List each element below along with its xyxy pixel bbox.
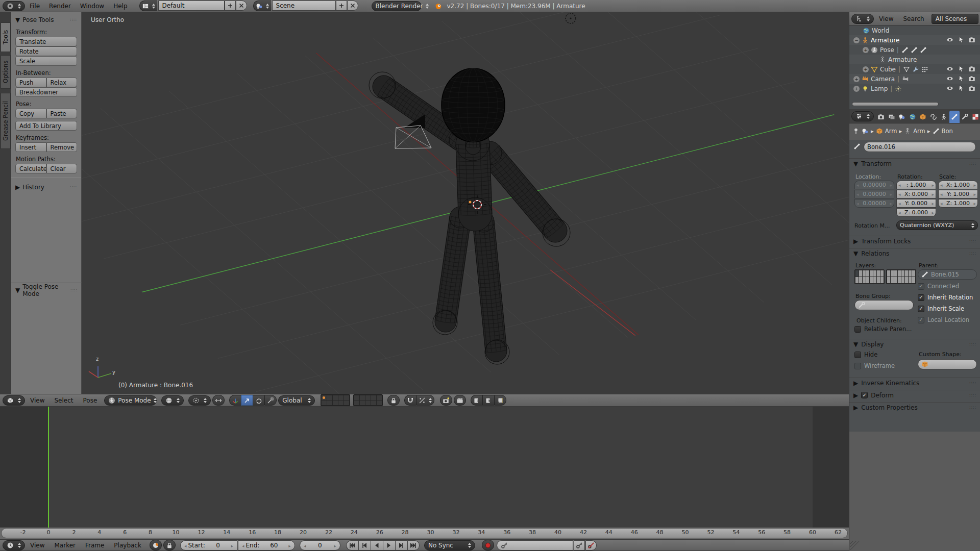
outliner-hscrollbar[interactable] [852,102,939,106]
timeline-menu-marker[interactable]: Marker [50,540,80,550]
manipulator-rotate-button[interactable] [253,395,264,406]
tool-button-calculate[interactable]: Calculate [15,164,46,173]
scene-name[interactable]: Scene [272,1,336,11]
bone-layer-cell[interactable] [887,270,890,277]
layer-cell[interactable] [365,400,371,405]
timeline-menu-view[interactable]: View [26,540,49,550]
bone-icon[interactable] [920,46,927,54]
timeline-menu-playback[interactable]: Playback [109,540,146,550]
screen-layout-close-button[interactable] [236,1,247,11]
expand-icon[interactable]: + [853,76,860,82]
tool-button-relax[interactable]: Relax [46,78,78,87]
inherit-rotation-checkbox[interactable]: ✓ [918,294,924,301]
meshtri-icon[interactable] [903,66,910,73]
bone-layer-cell[interactable] [909,277,912,283]
viewport-editor-type-selector[interactable] [3,395,25,406]
timeline-menu-frame[interactable]: Frame [81,540,109,550]
delete-keyframe-button[interactable] [585,540,597,550]
bone-icon[interactable] [911,46,918,54]
scale-field-2[interactable]: ◂Z: 1.000▸ [938,199,978,208]
menu-window[interactable]: Window [76,0,109,12]
pose-paste-flipped-button[interactable] [494,395,506,406]
render-engine-selector[interactable]: Blender Render [372,1,422,11]
auto-keyframe-lock-toggle[interactable] [163,540,176,550]
bone-layer-cell[interactable] [855,270,859,277]
restrict-cursor-icon[interactable] [958,65,965,74]
toolshelf-tab-tools[interactable]: Tools [1,22,11,52]
rotation-mode-selector[interactable]: Quaternion (WXYZ) [896,220,978,230]
panel-drag-grip[interactable]: ∷∷ [970,405,976,410]
panel-drag-grip[interactable]: ∷∷ [70,185,77,190]
properties-scene-tab[interactable] [897,111,908,123]
layer-cell[interactable] [365,395,371,400]
bone-layer-cell[interactable] [870,270,873,277]
layer-cell[interactable] [344,395,349,400]
insert-keyframe-button[interactable] [574,540,585,550]
rotation-field-2[interactable]: ◂Y: 0.000▸ [896,199,936,208]
bone-name-field[interactable]: Bone.016 [864,142,976,152]
properties-object-tab[interactable] [918,111,928,123]
layer-cell[interactable] [371,400,376,405]
object-tab[interactable] [876,128,883,135]
armature-wireframe-figure[interactable] [369,68,570,364]
menu-render[interactable]: Render [44,0,76,12]
jump-to-end-button[interactable] [407,540,420,550]
play-reverse-button[interactable] [371,540,383,550]
rotation-field-0[interactable]: ◂: 1.000▸ [896,181,936,189]
properties-world-tab[interactable] [908,111,918,123]
tool-button-rotate[interactable]: Rotate [15,46,77,56]
outliner-filter-selector[interactable]: All Scenes [932,14,978,24]
properties-editor-type-selector[interactable] [851,111,874,121]
custom-properties-panel-header[interactable]: ▶Custom Properties∷∷ [849,402,980,412]
3d-viewport[interactable]: User Ortho (0) Armature : Bone.016 z y T… [0,12,849,407]
expand-icon[interactable]: + [863,47,869,53]
timeline-ruler[interactable]: -202468101214161820222426283032343638404… [0,528,849,539]
jump-to-prev-keyframe-button[interactable] [358,540,371,550]
restrict-eye-icon[interactable] [946,85,953,93]
inverse-kinematics-panel-header[interactable]: ▶Inverse Kinematics∷∷ [849,378,980,388]
history-panel-header[interactable]: ▶History∷∷ [15,182,77,192]
bone-icon[interactable] [933,128,940,135]
restrict-photocam-icon[interactable] [968,36,975,45]
bone-layer-cell[interactable] [894,270,897,277]
current-frame-field[interactable]: ◂0▸ [300,540,340,550]
bone-layer-cell[interactable] [859,270,862,277]
properties-render-tab[interactable] [876,111,887,123]
outliner-menu-search[interactable]: Search [898,12,928,25]
bone-layer-cell[interactable] [873,270,876,277]
panel-drag-grip[interactable]: ∷∷ [71,288,78,293]
relative-parenting-checkbox[interactable] [854,326,861,333]
restrict-photocam-icon[interactable] [968,85,975,93]
deform-panel-header[interactable]: ▶✓Deform∷∷ [849,390,980,400]
layer-cell[interactable] [354,400,359,405]
restrict-eye-icon[interactable] [946,75,953,84]
screen-layout-name[interactable]: Default [158,1,225,11]
play-button[interactable] [383,540,395,550]
bone-layer-cell[interactable] [901,270,904,277]
viewport-canvas[interactable] [0,12,849,394]
viewport-layers-grid[interactable] [321,394,350,406]
toolshelf-tab-options[interactable]: Options [1,55,11,89]
tool-button-translate[interactable]: Translate [15,37,77,46]
panel-drag-grip[interactable]: ∷∷ [970,342,976,347]
snap-toggle-button[interactable] [404,395,416,406]
bone-layer-cell[interactable] [855,277,859,283]
layer-cell[interactable] [327,400,332,405]
restrict-cursor-icon[interactable] [958,85,965,93]
tool-button-push[interactable]: Push [15,78,46,87]
bone-layer-cell[interactable] [894,277,897,283]
opengl-render-anim-button[interactable] [454,395,466,406]
deform-checkbox[interactable]: ✓ [861,392,868,398]
relations-panel-header[interactable]: ▼Relations∷∷ [849,248,980,258]
properties-constraints-tab[interactable] [928,111,939,123]
verts-icon[interactable] [921,66,928,73]
lock-to-scene-toggle[interactable] [387,395,400,406]
transform-orientation-selector[interactable]: Global [278,395,315,406]
properties-data-tab[interactable] [939,111,949,123]
toolshelf-tab-grease-pencil[interactable]: Grease Pencil [1,93,11,149]
panel-drag-grip[interactable]: ∷∷ [970,239,976,244]
layer-cell[interactable] [327,395,332,400]
bone-layer-cell[interactable] [866,277,869,283]
layer-cell[interactable] [360,395,365,400]
viewport-menu-view[interactable]: View [26,394,49,406]
